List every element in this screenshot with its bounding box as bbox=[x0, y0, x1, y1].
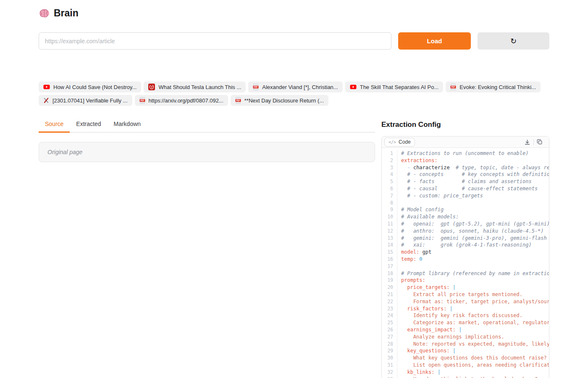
pdf-icon: PDF bbox=[450, 84, 456, 90]
source-chip[interactable]: [2301.07041] Verifiable Fully ... bbox=[39, 95, 132, 106]
line-number: 2 bbox=[382, 157, 393, 164]
chip-label: [2301.07041] Verifiable Fully ... bbox=[52, 97, 128, 104]
code-brackets-icon: </> bbox=[388, 140, 396, 144]
chip-label: How AI Could Save (Not Destroy... bbox=[53, 84, 136, 90]
line-number: 3 bbox=[382, 164, 393, 171]
code-line: prompts: bbox=[401, 277, 549, 284]
code-line: # openai: gpt (gpt-5.2), gpt-mini (gpt-5… bbox=[401, 220, 549, 228]
line-number: 17 bbox=[382, 263, 393, 270]
code-line: # Available models: bbox=[401, 213, 549, 220]
tab-source[interactable]: Source bbox=[39, 121, 70, 133]
code-line: # anthro: opus, sonnet, haiku (claude-4.… bbox=[401, 228, 549, 235]
chip-label: What Should Tesla Launch This ... bbox=[158, 84, 241, 90]
line-number: 12 bbox=[382, 228, 393, 235]
code-line: # - custom: price_targets bbox=[401, 192, 549, 200]
bolt-icon bbox=[148, 84, 155, 90]
code-line: Identify key risk factors discussed. bbox=[401, 312, 549, 319]
code-line: # Prompt library (referenced by name in … bbox=[401, 270, 549, 277]
line-number: 19 bbox=[382, 277, 393, 284]
chip-label: Alexander Viand [*], Christian... bbox=[262, 84, 338, 90]
svg-text:PDF: PDF bbox=[452, 86, 455, 88]
code-line: Note: reported vs expected, magnitude, l… bbox=[401, 341, 549, 348]
line-number: 13 bbox=[382, 235, 393, 242]
line-number: 24 bbox=[382, 312, 393, 319]
line-number: 29 bbox=[382, 347, 393, 354]
code-line: risk_factors: | bbox=[401, 305, 549, 312]
code-line: model: gpt bbox=[401, 249, 549, 256]
main-columns: SourceExtractedMarkdown Original page Ex… bbox=[39, 121, 549, 378]
url-row: Load ↻ bbox=[39, 32, 549, 50]
svg-text:PDF: PDF bbox=[140, 100, 144, 102]
url-input[interactable] bbox=[39, 32, 391, 50]
source-chip[interactable]: PDF**Next Day Disclosure Return (... bbox=[231, 95, 328, 106]
code-line: Analyze earnings implications. bbox=[401, 333, 549, 341]
code-line bbox=[401, 200, 549, 207]
line-number: 33 bbox=[382, 376, 393, 378]
chip-label: Evoke: Evoking Critical Thinki... bbox=[459, 84, 536, 90]
extraction-config-title: Extraction Config bbox=[381, 121, 549, 129]
line-number: 20 bbox=[382, 284, 393, 291]
refresh-icon: ↻ bbox=[510, 37, 517, 45]
line-number: 1 bbox=[382, 150, 393, 157]
page-title: Brain bbox=[54, 8, 79, 19]
load-button[interactable]: Load bbox=[398, 32, 471, 50]
code-lines[interactable]: # Extractions to run (uncomment to enabl… bbox=[397, 150, 549, 378]
line-number: 16 bbox=[382, 256, 393, 263]
download-icon bbox=[524, 139, 530, 145]
line-number: 7 bbox=[382, 192, 393, 200]
line-number: 5 bbox=[382, 178, 393, 185]
pdf-icon: PDF bbox=[139, 97, 145, 104]
view-tabs: SourceExtractedMarkdown bbox=[39, 121, 375, 133]
code-area[interactable]: 1234567891011121314151617181920212223242… bbox=[382, 148, 549, 378]
code-line: # - facts # claims and assertions bbox=[401, 178, 549, 185]
tab-extracted[interactable]: Extracted bbox=[70, 121, 107, 133]
line-number: 11 bbox=[382, 220, 393, 228]
placeholder-text: Original page bbox=[47, 149, 82, 155]
code-tab[interactable]: </> Code bbox=[384, 138, 415, 147]
line-number: 22 bbox=[382, 298, 393, 305]
source-chip[interactable]: How AI Could Save (Not Destroy... bbox=[39, 81, 141, 92]
code-line: earnings_impact: | bbox=[401, 326, 549, 333]
app-header: Brain bbox=[39, 7, 549, 19]
svg-text:PDF: PDF bbox=[236, 100, 240, 102]
code-line: Format as: ticker, target price, analyst… bbox=[401, 298, 549, 305]
code-line: temp: 0 bbox=[401, 256, 549, 263]
editor-actions bbox=[521, 139, 546, 145]
code-line: Categorize as: market, operational, regu… bbox=[401, 319, 549, 326]
copy-button[interactable] bbox=[534, 139, 546, 145]
line-number: 6 bbox=[382, 185, 393, 192]
code-line: # Model config bbox=[401, 206, 549, 213]
code-line: # - concepts # key concepts with definit… bbox=[401, 171, 549, 178]
source-panel: SourceExtractedMarkdown Original page bbox=[39, 121, 375, 162]
tab-markdown[interactable]: Markdown bbox=[108, 121, 147, 133]
code-tab-label: Code bbox=[399, 139, 411, 145]
editor-toolbar: </> Code bbox=[382, 136, 549, 148]
download-button[interactable] bbox=[521, 139, 533, 145]
code-line: How does this link to the knowledge base… bbox=[401, 376, 549, 378]
code-line: key_questions: | bbox=[401, 347, 549, 354]
line-number-gutter: 1234567891011121314151617181920212223242… bbox=[382, 150, 397, 378]
arxiv-icon bbox=[43, 97, 49, 104]
line-number: 32 bbox=[382, 369, 393, 376]
source-chip[interactable]: PDFAlexander Viand [*], Christian... bbox=[248, 81, 342, 92]
line-number: 9 bbox=[382, 206, 393, 213]
source-chip[interactable]: What Should Tesla Launch This ... bbox=[144, 81, 246, 92]
source-chip-list: How AI Could Save (Not Destroy...What Sh… bbox=[39, 81, 549, 106]
code-line: What key questions does this document ra… bbox=[401, 354, 549, 362]
line-number: 26 bbox=[382, 326, 393, 333]
line-number: 31 bbox=[382, 362, 393, 369]
pdf-icon: PDF bbox=[253, 84, 259, 90]
line-number: 21 bbox=[382, 291, 393, 298]
code-line: - characterize # type, topic, date - alw… bbox=[401, 164, 549, 171]
line-number: 10 bbox=[382, 213, 393, 220]
source-chip[interactable]: PDFEvoke: Evoking Critical Thinki... bbox=[446, 81, 541, 92]
code-line: price_targets: | bbox=[401, 284, 549, 291]
refresh-button[interactable]: ↻ bbox=[478, 32, 549, 50]
chip-label: https://arxiv.org/pdf/0807.092... bbox=[149, 97, 223, 104]
youtube-icon bbox=[350, 84, 357, 90]
chip-label: **Next Day Disclosure Return (... bbox=[244, 97, 324, 104]
source-chip[interactable]: The Skill That Separates AI Po... bbox=[345, 81, 444, 92]
line-number: 15 bbox=[382, 249, 393, 256]
line-number: 18 bbox=[382, 270, 393, 277]
source-chip[interactable]: PDFhttps://arxiv.org/pdf/0807.092... bbox=[135, 95, 228, 106]
